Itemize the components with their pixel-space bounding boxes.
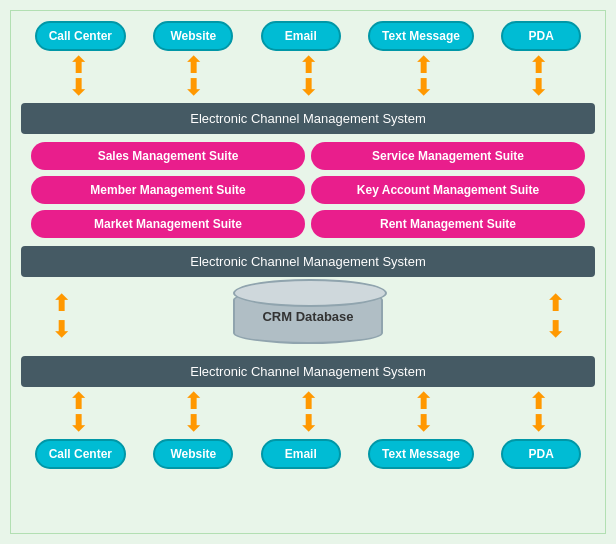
middle-section: ⬆⬇ CRM Database ⬆⬇ — [21, 281, 595, 352]
bottom-arrow-3: ⬆⬇ — [383, 391, 463, 435]
top-channel-3: Text Message — [368, 21, 474, 51]
bottom-channels: Call Center Website Email Text Message P… — [21, 439, 595, 469]
arrow-0: ⬆⬇ — [38, 55, 118, 99]
top-channel-4: PDA — [501, 21, 581, 51]
top-ecms-bar: Electronic Channel Management System — [21, 103, 595, 134]
bottom-arrows-row: ⬆⬇ ⬆⬇ ⬆⬇ ⬆⬇ ⬆⬇ — [21, 391, 595, 435]
suite-4: Market Management Suite — [31, 210, 305, 238]
suite-grid: Sales Management Suite Service Managemen… — [21, 142, 595, 238]
suite-3: Key Account Management Suite — [311, 176, 585, 204]
bottom-arrow-0: ⬆⬇ — [38, 391, 118, 435]
top-channel-0: Call Center — [35, 21, 126, 51]
suite-1: Service Management Suite — [311, 142, 585, 170]
top-arrows-row: ⬆⬇ ⬆⬇ ⬆⬇ ⬆⬇ ⬆⬇ — [21, 55, 595, 99]
middle-arrow-left: ⬆⬇ — [21, 291, 101, 343]
crm-db-container: CRM Database — [101, 289, 515, 344]
arrow-4: ⬆⬇ — [498, 55, 578, 99]
crm-db: CRM Database — [233, 289, 383, 344]
top-channel-1: Website — [153, 21, 233, 51]
middle-arrow-right: ⬆⬇ — [515, 291, 595, 343]
arrow-3: ⬆⬇ — [383, 55, 463, 99]
crm-db-label: CRM Database — [233, 289, 383, 344]
bottom-channel-1: Website — [153, 439, 233, 469]
bottom-arrow-2: ⬆⬇ — [268, 391, 348, 435]
suite-0: Sales Management Suite — [31, 142, 305, 170]
top-channels: Call Center Website Email Text Message P… — [21, 21, 595, 51]
arrow-2: ⬆⬇ — [268, 55, 348, 99]
suite-5: Rent Management Suite — [311, 210, 585, 238]
main-container: Call Center Website Email Text Message P… — [10, 10, 606, 534]
top-channel-2: Email — [261, 21, 341, 51]
middle-ecms-bar: Electronic Channel Management System — [21, 246, 595, 277]
bottom-channel-0: Call Center — [35, 439, 126, 469]
bottom-channel-3: Text Message — [368, 439, 474, 469]
bottom-channel-4: PDA — [501, 439, 581, 469]
suite-2: Member Management Suite — [31, 176, 305, 204]
bottom-ecms-bar: Electronic Channel Management System — [21, 356, 595, 387]
bottom-arrow-1: ⬆⬇ — [153, 391, 233, 435]
bottom-channel-2: Email — [261, 439, 341, 469]
arrow-1: ⬆⬇ — [153, 55, 233, 99]
bottom-arrow-4: ⬆⬇ — [498, 391, 578, 435]
